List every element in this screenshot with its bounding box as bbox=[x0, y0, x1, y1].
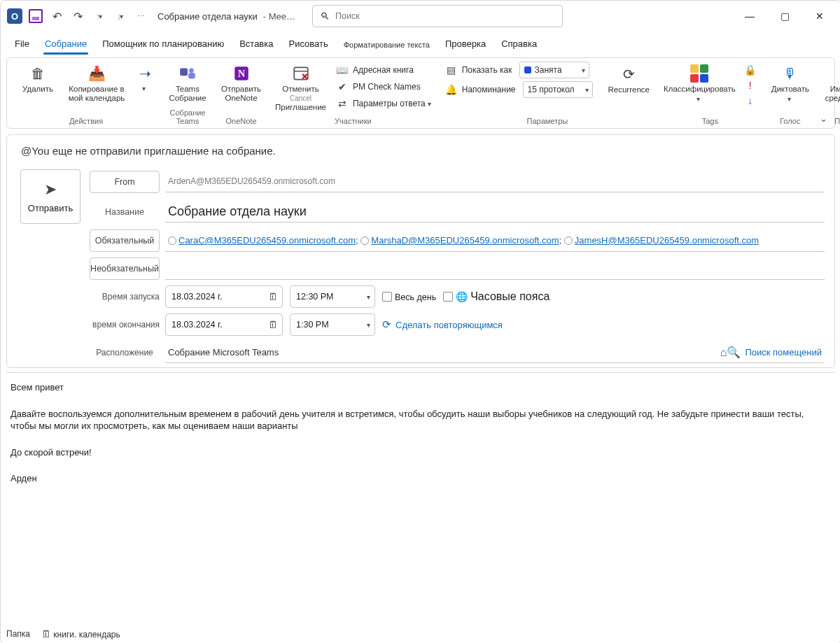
search-placeholder: Поиск bbox=[335, 11, 360, 21]
save-button[interactable] bbox=[26, 6, 46, 26]
lock-icon: 🔒 bbox=[744, 64, 757, 76]
ribbon-group-label-teams: Собрание Teams bbox=[165, 107, 210, 127]
address-book-icon: 📖 bbox=[336, 64, 349, 76]
chevron-down-icon: ▾ bbox=[788, 95, 791, 103]
search-input[interactable]: 🔍︎ Поиск bbox=[312, 5, 563, 27]
teams-icon bbox=[178, 64, 197, 83]
ribbon-group-label-onenote: OneNote bbox=[218, 115, 264, 127]
svg-rect-2 bbox=[188, 73, 195, 79]
required-attendee[interactable]: CaraC@M365EDU265459.onmicrosoft.com bbox=[178, 235, 356, 246]
room-finder-button[interactable]: ⌂🔍Поиск помещений bbox=[720, 346, 822, 359]
minimize-button[interactable]: — bbox=[734, 6, 765, 27]
title-label: Название bbox=[90, 207, 160, 217]
recurrence-icon: ⟳ bbox=[619, 64, 638, 84]
timezones-toggle[interactable]: 🌐Часовые пояса bbox=[443, 290, 550, 303]
recurrence-button[interactable]: ⟳ Recurrence bbox=[606, 63, 652, 96]
reminder-combobox[interactable]: 15 протокол bbox=[523, 81, 593, 98]
calendar-icon: 🗓 bbox=[268, 319, 278, 330]
copy-to-my-calendar-button[interactable]: 📥 Копирование в мой календарь bbox=[63, 62, 130, 104]
optional-attendees-input[interactable] bbox=[165, 258, 825, 280]
send-to-onenote-button[interactable]: N Отправить OneNote bbox=[218, 62, 264, 104]
start-date-input[interactable]: 18.03.2024 г.🗓 bbox=[165, 285, 283, 308]
required-attendee[interactable]: MarshaD@M365EDU265459.onmicrosoft.com bbox=[371, 235, 559, 246]
response-options-icon: ⇄ bbox=[336, 97, 349, 110]
low-importance-button[interactable]: ↓ bbox=[741, 93, 760, 108]
check-names-button[interactable]: ✔︎PM Check Names bbox=[333, 79, 434, 94]
categorize-button[interactable]: Классифицировать ▾ bbox=[661, 62, 738, 104]
presence-icon bbox=[360, 236, 369, 245]
all-day-checkbox[interactable]: Весь день bbox=[382, 292, 436, 302]
body-paragraph: Арден bbox=[10, 472, 831, 485]
body-paragraph: Давайте воспользуемся дополнительным вре… bbox=[10, 408, 831, 432]
check-names-icon: ✔︎ bbox=[336, 80, 349, 93]
send-receive-up-button[interactable]: ↑▾ bbox=[89, 6, 108, 26]
maximize-button[interactable]: ▢ bbox=[769, 6, 800, 27]
required-attendee[interactable]: JamesH@M365EDU265459.onmicrosoft.com bbox=[575, 235, 759, 246]
body-paragraph: До скорой встречи! bbox=[10, 446, 831, 459]
ribbon-group-onenote: N Отправить OneNote OneNote bbox=[214, 61, 268, 128]
required-button[interactable]: Обязательный bbox=[90, 229, 160, 252]
meeting-form-area: @You еще не отправили приглашение на соб… bbox=[6, 134, 835, 368]
forward-button[interactable]: ➝ ▾ bbox=[133, 62, 157, 94]
end-time-input[interactable]: 1:30 PM bbox=[290, 313, 375, 336]
tab-draw[interactable]: Рисовать bbox=[283, 34, 333, 55]
show-as-combobox[interactable]: Занята bbox=[519, 62, 589, 78]
tab-format-text[interactable]: Форматирование текста bbox=[338, 36, 435, 55]
unsent-invite-notice: @You еще не отправили приглашение на соб… bbox=[21, 145, 825, 157]
quick-access-toolbar: ↶ ↷ ↑▾ ↓▾ ⋯ bbox=[5, 6, 150, 26]
ribbon-collapse-chevron[interactable]: ⌄ bbox=[820, 113, 827, 124]
chevron-down-icon: ▾ bbox=[142, 85, 146, 92]
make-recurring-button[interactable]: ⟳Сделать повторяющимся bbox=[382, 318, 503, 331]
window-title-main: Собрание отдела науки bbox=[158, 11, 258, 22]
low-importance-icon: ↓ bbox=[744, 94, 757, 107]
window-title: Собрание отдела науки - Mee… bbox=[158, 11, 295, 22]
meeting-form: ➤ Отправить From ArdenA@M365EDU265459.on… bbox=[17, 169, 825, 363]
start-time-input[interactable]: 12:30 PM bbox=[290, 285, 375, 308]
qat-customize-button[interactable]: ⋯ bbox=[131, 6, 150, 26]
tab-scheduling-assistant[interactable]: Помощник по планированию bbox=[97, 34, 230, 55]
send-button[interactable]: ➤ Отправить bbox=[20, 169, 80, 224]
meeting-window: ↶ ↷ ↑▾ ↓▾ ⋯ Собрание отдела науки - Mee…… bbox=[0, 0, 840, 643]
meeting-body-editor[interactable]: Всем привет Давайте воспользуемся дополн… bbox=[6, 372, 835, 507]
bell-icon: 🔔 bbox=[445, 83, 458, 96]
from-button[interactable]: From bbox=[90, 171, 160, 193]
location-input[interactable]: Собрание Microsoft Teams ⌂🔍Поиск помещен… bbox=[165, 341, 825, 363]
folder-label: Папка bbox=[6, 629, 30, 639]
calendar-copy-icon: 📥 bbox=[87, 64, 106, 83]
delete-button[interactable]: 🗑 Удалить bbox=[15, 62, 60, 95]
dictate-button[interactable]: 🎙 Диктовать ▾ bbox=[768, 62, 813, 104]
immersive-reader-button[interactable]: 📖 Иммерсивное средство чтения bbox=[821, 62, 840, 104]
presence-icon bbox=[564, 236, 573, 245]
private-button[interactable]: 🔒 bbox=[741, 62, 760, 78]
redo-button[interactable]: ↷ bbox=[68, 6, 88, 26]
optional-button[interactable]: Необязательный bbox=[90, 257, 160, 280]
start-time-label: Время запуска bbox=[90, 292, 160, 302]
address-book-button[interactable]: 📖Адресная книга bbox=[333, 62, 434, 78]
send-receive-down-button[interactable]: ↓▾ bbox=[110, 6, 130, 26]
title-input[interactable]: Собрание отдела науки bbox=[165, 201, 825, 222]
tab-help[interactable]: Справка bbox=[496, 34, 542, 55]
teams-meeting-button[interactable]: Teams Собрание bbox=[165, 62, 210, 104]
send-icon: ➤ bbox=[44, 181, 57, 199]
chevron-down-icon: ▾ bbox=[696, 95, 700, 103]
undo-button[interactable]: ↶ bbox=[47, 6, 66, 26]
tab-review[interactable]: Проверка bbox=[440, 34, 491, 55]
search-icon: 🔍︎ bbox=[320, 10, 330, 22]
onenote-icon: N bbox=[232, 64, 251, 83]
close-button[interactable]: ✕ bbox=[804, 6, 835, 27]
tab-file[interactable]: File bbox=[9, 34, 35, 55]
calendar-status: 🗓 книги. календарь bbox=[41, 628, 120, 640]
required-attendees-input[interactable]: CaraC@M365EDU265459.onmicrosoft.com; Mar… bbox=[165, 230, 825, 252]
forward-arrow-icon: ➝ bbox=[135, 64, 155, 83]
cancel-invitation-button[interactable]: ОтменитьCancelПриглашение bbox=[272, 62, 329, 114]
from-value: ArdenA@M365EDU265459.onmicrosoft.com bbox=[165, 171, 825, 192]
chevron-down-icon: ▾ bbox=[428, 100, 431, 108]
tab-insert[interactable]: Вставка bbox=[234, 34, 279, 55]
high-importance-button[interactable]: ! bbox=[741, 78, 760, 93]
reminder-row: 🔔 Напоминание 15 протокол bbox=[442, 82, 596, 97]
calendar-icon: 🗓 bbox=[41, 628, 51, 640]
end-date-input[interactable]: 18.03.2024 г.🗓 bbox=[165, 313, 283, 336]
response-options-button[interactable]: ⇄Параметры ответа ▾ bbox=[333, 96, 434, 111]
tab-meeting[interactable]: Собрание bbox=[39, 34, 92, 55]
ribbon-group-label-options: Параметры bbox=[442, 115, 652, 127]
